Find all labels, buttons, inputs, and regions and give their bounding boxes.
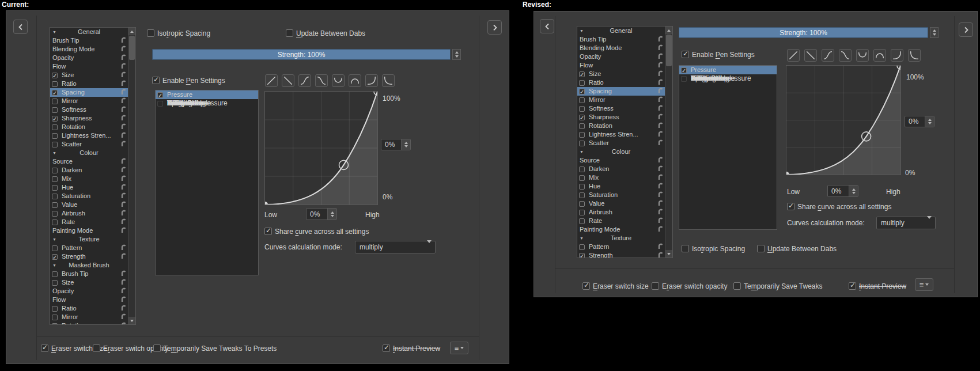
checkbox[interactable]: ✓ [52, 90, 58, 96]
checkbox[interactable]: ✓ [383, 344, 390, 352]
soft-lock-icon[interactable] [658, 96, 663, 104]
settings-row[interactable]: Flow [50, 62, 128, 71]
settings-row[interactable]: Lightness Stren... [577, 130, 665, 139]
checkbox[interactable] [52, 323, 58, 325]
chevron-right-icon[interactable] [959, 22, 973, 37]
settings-row[interactable]: Rate [50, 218, 128, 226]
settings-row[interactable]: ✓Size [50, 71, 128, 80]
scroll-up-icon[interactable] [665, 26, 672, 34]
settings-row[interactable]: Softness [577, 104, 665, 113]
settings-row[interactable]: Ratio [577, 78, 665, 87]
settings-row[interactable]: Flow [50, 296, 128, 304]
settings-row[interactable]: Opacity [50, 54, 128, 62]
soft-lock-icon[interactable] [658, 139, 663, 147]
curve-ease-in-button[interactable] [365, 74, 378, 87]
scrollbar-thumb[interactable] [129, 36, 135, 60]
checkbox[interactable] [286, 29, 293, 37]
checkbox[interactable]: ✓ [52, 254, 58, 260]
checkbox[interactable] [52, 176, 58, 182]
curve-s-reverse-button[interactable] [315, 74, 328, 87]
settings-row[interactable]: Brush Tip [577, 35, 665, 44]
settings-row[interactable]: Source [50, 157, 128, 166]
scrollbar-thumb[interactable] [666, 35, 672, 66]
curve-point-spinbox[interactable]: 0% [381, 139, 411, 150]
update-between-dabs-checkbox[interactable]: Update Between Dabs [286, 29, 365, 37]
settings-row[interactable]: Saturation [577, 191, 665, 199]
soft-lock-icon[interactable] [121, 200, 126, 209]
settings-row[interactable]: Rotation [50, 123, 128, 131]
enable-pen-settings-checkbox[interactable]: ✓Enable Pen Settings [152, 76, 225, 85]
settings-row[interactable]: Opacity [50, 287, 128, 296]
soft-lock-icon[interactable] [121, 114, 126, 123]
soft-lock-icon[interactable] [658, 165, 663, 173]
transfer-curve[interactable] [265, 92, 377, 205]
curve-ease-out-button[interactable] [382, 74, 395, 87]
checkbox[interactable] [52, 211, 58, 217]
checkbox[interactable]: ✓ [579, 253, 585, 258]
curve-point-spinbox[interactable]: 0% [905, 116, 934, 127]
strength-spinner[interactable] [452, 49, 461, 60]
hamburger-menu-button[interactable]: ≡ [450, 342, 468, 354]
curve-linear-down-button[interactable] [282, 74, 294, 87]
soft-lock-icon[interactable] [121, 140, 126, 149]
checkbox[interactable] [733, 282, 741, 290]
checkbox[interactable] [52, 124, 58, 130]
sensor-row[interactable]: Tangential pressure [156, 99, 228, 108]
chevron-right-icon[interactable] [487, 20, 502, 35]
checkbox[interactable]: ✓ [582, 282, 590, 290]
temporarily-save-tweaks-checkbox[interactable]: Temporarily Save Tweaks [733, 282, 823, 290]
soft-lock-icon[interactable] [658, 199, 663, 208]
low-spinbox[interactable]: 0% [306, 208, 337, 220]
checkbox[interactable] [579, 80, 585, 86]
soft-lock-icon[interactable] [658, 70, 663, 78]
settings-row[interactable]: Pattern [50, 244, 128, 252]
soft-lock-icon[interactable] [658, 251, 663, 258]
scrollbar[interactable] [665, 26, 672, 258]
soft-lock-icon[interactable] [121, 296, 126, 304]
curve-linear-down-button[interactable] [804, 49, 817, 62]
settings-row[interactable]: Pattern [577, 243, 665, 251]
soft-lock-icon[interactable] [658, 113, 663, 122]
checkbox[interactable]: ✓ [579, 71, 585, 77]
checkbox[interactable]: ✓ [52, 116, 58, 122]
instant-preview-checkbox[interactable]: ✓Instant Preview [383, 344, 440, 353]
collapse-triangle-icon[interactable]: ▼ [580, 147, 585, 156]
spinbox-arrows[interactable] [849, 186, 858, 196]
settings-row[interactable]: Painting Mode [50, 226, 128, 235]
sensor-row[interactable]: Tangential pressure [679, 74, 751, 83]
soft-lock-icon[interactable] [121, 183, 126, 192]
soft-lock-icon[interactable] [658, 78, 663, 87]
checkbox[interactable] [757, 245, 765, 252]
soft-lock-icon[interactable] [121, 304, 126, 313]
soft-lock-icon[interactable] [658, 225, 663, 234]
sensor-list[interactable]: ✓PressurePressureInX-TiltY-TiltTilt dire… [679, 65, 777, 230]
checkbox[interactable] [579, 141, 585, 146]
soft-lock-icon[interactable] [121, 287, 126, 296]
enable-pen-settings-checkbox[interactable]: ✓Enable Pen Settings [682, 50, 755, 59]
strength-slider[interactable]: Strength: 100% [152, 49, 451, 60]
soft-lock-icon[interactable] [121, 209, 126, 218]
settings-row[interactable]: Size [50, 278, 128, 287]
checkbox[interactable] [579, 218, 585, 224]
settings-row[interactable]: ✓Sharpness [577, 113, 665, 122]
checkbox[interactable] [579, 166, 585, 172]
checkbox[interactable] [52, 81, 58, 87]
soft-lock-icon[interactable] [121, 175, 126, 183]
checkbox[interactable] [52, 315, 58, 320]
settings-row[interactable]: Softness [50, 105, 128, 114]
soft-lock-icon[interactable] [658, 173, 663, 182]
soft-lock-icon[interactable] [121, 252, 126, 261]
chevron-left-icon[interactable] [13, 20, 28, 34]
curve-s-reverse-button[interactable] [839, 49, 852, 62]
settings-row[interactable]: ✓Strength [50, 252, 128, 261]
settings-row[interactable]: Rate [577, 217, 665, 225]
checkbox[interactable]: ✓ [787, 203, 794, 210]
soft-lock-icon[interactable] [658, 52, 663, 61]
checkbox[interactable] [157, 101, 163, 107]
checkbox[interactable] [52, 168, 58, 173]
soft-lock-icon[interactable] [658, 191, 663, 199]
soft-lock-icon[interactable] [121, 218, 126, 226]
settings-row[interactable]: Value [50, 200, 128, 209]
settings-row[interactable]: ✓Strength [577, 251, 665, 258]
checkbox[interactable] [579, 97, 585, 103]
